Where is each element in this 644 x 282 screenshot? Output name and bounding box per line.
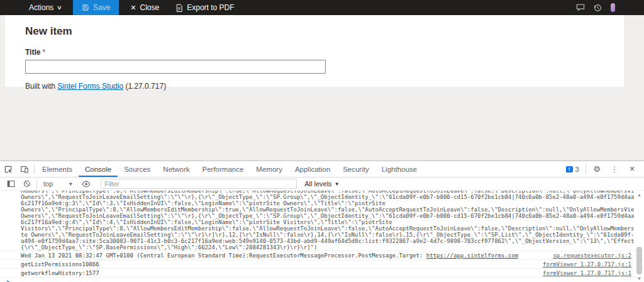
gear-icon[interactable]: ⚙ <box>589 162 605 177</box>
console-line: 6c217f16a9ed:g:4\",\"Id\":4,\"IsHiddenIn… <box>21 219 634 225</box>
console-line: Owners\",\"RequestToJoinLeaveEmailSettin… <box>21 213 634 219</box>
scrollbar-thumb[interactable] <box>636 247 642 274</box>
devtools-close-icon[interactable]: ✕ <box>624 162 640 177</box>
actions-button[interactable]: Actions ∨ <box>23 0 68 15</box>
built-with-footer: Built with Sintel Forms Studio (1.27.0.7… <box>25 82 624 91</box>
page-title: New item <box>25 25 624 38</box>
issues-count: 3 <box>575 166 579 173</box>
issues-counter[interactable]: ! 3 <box>562 166 583 173</box>
console-line: Owners\",\"RequestToJoinLeaveEmailSettin… <box>21 194 634 200</box>
command-bar: Actions ∨ Save ✕ Close Export to PDF <box>0 0 644 15</box>
close-button[interactable]: ✕ Close <box>124 0 165 15</box>
devtools-tab-bar: Elements Console Sources Network Perform… <box>0 161 644 178</box>
devtools-tabbar-right: ! 3 ⚙ ⋮ ✕ <box>562 162 644 177</box>
console-messages: Members\",\"PrincipalType\":8,\"AllowMem… <box>0 191 644 282</box>
tab-console[interactable]: Console <box>79 161 118 177</box>
log-message-text: getworkflowHistory:1577 <box>0 270 99 276</box>
console-scrollbar[interactable]: ▲ ▼ <box>636 191 643 282</box>
console-prompt-row[interactable]: > <box>0 277 644 282</box>
tab-security[interactable]: Security <box>336 161 375 177</box>
clear-console-icon[interactable] <box>19 176 35 191</box>
save-floppy-icon <box>82 4 89 11</box>
command-bar-right-icons <box>576 0 615 15</box>
console-toolbar: top ▼ All levels ▼ <box>0 178 644 191</box>
log-source-link[interactable]: formViewer 1.27.0.717.js:1 <box>543 261 644 268</box>
close-icon: ✕ <box>130 4 136 11</box>
title-field-label: Title* <box>25 48 624 57</box>
console-line: te Owners\",\"RequestToJoinLeaveEmailSet… <box>21 232 634 238</box>
console-log-row: getListPermissions10866 formViewer 1.27.… <box>0 259 644 268</box>
console-log-row: Wed Jan 13 2021 08:32:47 GMT+0100 (Centr… <box>0 251 644 259</box>
save-label: Save <box>93 3 110 12</box>
sintelforms-url-link[interactable]: https://app.sintelforms.com <box>426 252 518 259</box>
scroll-down-arrow[interactable]: ▼ <box>636 276 643 282</box>
tab-sources[interactable]: Sources <box>118 161 157 177</box>
devtools-panel: Elements Console Sources Network Perform… <box>0 161 644 282</box>
attachment-pill-shape <box>611 3 615 12</box>
title-input[interactable] <box>25 60 326 74</box>
console-log-row: getworkflowHistory:1577 formViewer 1.27.… <box>0 268 644 277</box>
tabbar-separator <box>34 164 35 174</box>
log-source-link[interactable]: formViewer 1.27.0.717.js:1 <box>543 270 644 276</box>
tab-lighthouse[interactable]: Lighthouse <box>375 161 423 177</box>
command-bar-buttons: Actions ∨ Save ✕ Close Export to PDF <box>23 0 241 15</box>
command-bar-spacer <box>241 0 576 15</box>
levels-label: All levels <box>304 180 331 188</box>
chevron-down-icon: ▼ <box>68 181 73 187</box>
comment-icon[interactable] <box>576 4 585 11</box>
screen: Actions ∨ Save ✕ Close Export to PDF <box>0 0 644 282</box>
issues-icon: ! <box>566 166 573 172</box>
form-panel: New item Title* Built with Sintel Forms … <box>5 15 624 87</box>
console-sidebar-toggle-icon[interactable] <box>3 176 19 191</box>
pdf-document-icon <box>175 4 183 12</box>
console-line: 6c217f16a9ed:g:3\",\"Id\":3,\"IsHiddenIn… <box>21 200 634 206</box>
actions-label: Actions <box>29 3 53 12</box>
tab-application[interactable]: Application <box>289 161 336 177</box>
kebab-menu-icon[interactable]: ⋮ <box>606 162 623 177</box>
console-line: {\r\"_ObjectType_\":\"SP.BasePermissions… <box>21 244 634 251</box>
log-message-text: getListPermissions10866 <box>0 261 99 268</box>
context-label: top <box>43 180 53 188</box>
scroll-up-arrow[interactable]: ▲ <box>636 192 643 198</box>
console-line: Visitors\",\"PrincipalType\":8,\"AllowMe… <box>21 225 634 232</box>
history-icon[interactable] <box>594 4 602 12</box>
console-line: a494-e0f1759d4aa7:site:5ca30083-9071-41c… <box>21 238 634 244</box>
chevron-down-icon: ▼ <box>335 181 340 187</box>
log-levels-dropdown[interactable]: All levels ▼ <box>304 180 339 188</box>
console-line: Owners\",\"PrincipalType\":8,\"AllowMemb… <box>21 206 634 213</box>
tab-elements[interactable]: Elements <box>36 161 79 177</box>
footer-prefix: Built with <box>25 82 57 91</box>
save-button[interactable]: Save <box>73 0 119 15</box>
export-to-pdf-button[interactable]: Export to PDF <box>169 0 240 15</box>
console-filter-input[interactable] <box>101 179 297 189</box>
required-asterisk: * <box>42 48 45 57</box>
log-message-text: Wed Jan 13 2021 08:32:47 GMT+0100 (Centr… <box>21 252 426 259</box>
sintel-forms-studio-link[interactable]: Sintel Forms Studio <box>57 82 123 91</box>
tab-performance[interactable]: Performance <box>196 161 250 177</box>
inspect-element-icon[interactable] <box>0 162 16 177</box>
tab-memory[interactable]: Memory <box>250 161 289 177</box>
close-label: Close <box>140 3 160 12</box>
export-label: Export to PDF <box>187 3 234 12</box>
log-message: Wed Jan 13 2021 08:32:47 GMT+0100 (Centr… <box>0 252 518 259</box>
toolbar-separator <box>36 179 37 189</box>
attachment-icon[interactable] <box>611 3 615 12</box>
tabbar-separator <box>586 164 586 174</box>
live-expression-eye-icon[interactable] <box>78 176 94 191</box>
title-label-text: Title <box>25 48 40 57</box>
javascript-context-selector[interactable]: top ▼ <box>38 180 78 188</box>
log-source-link[interactable]: sp.requestexecutor.js:2 <box>553 252 644 259</box>
tab-network[interactable]: Network <box>157 161 196 177</box>
console-prompt-chevron: > <box>0 278 10 282</box>
console-json-message: Members\",\"PrincipalType\":8,\"AllowMem… <box>0 191 644 251</box>
chevron-down-icon: ∨ <box>57 4 62 11</box>
footer-version: (1.27.0.717) <box>123 82 166 91</box>
device-toolbar-icon[interactable] <box>16 162 33 177</box>
